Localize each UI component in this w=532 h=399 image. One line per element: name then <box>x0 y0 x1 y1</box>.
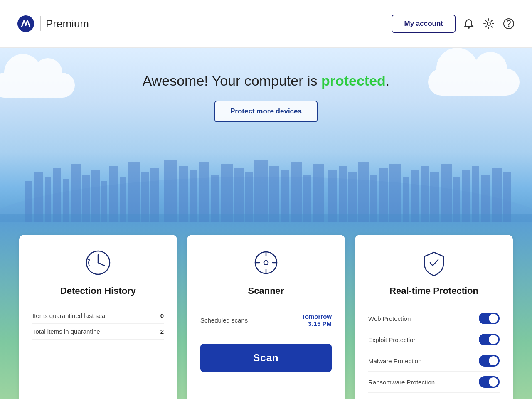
clock-icon <box>84 248 113 277</box>
svg-rect-11 <box>71 164 81 222</box>
detection-history-card: Detection History Items quarantined last… <box>19 235 177 399</box>
cityscape-illustration <box>0 148 532 222</box>
hero-section: Awesome! Your computer is protected. Pro… <box>0 48 532 222</box>
scheduled-time: 3:15 PM <box>302 320 332 327</box>
toggle-knob <box>489 377 498 387</box>
help-icon[interactable] <box>502 17 515 30</box>
svg-point-61 <box>264 261 268 265</box>
svg-rect-31 <box>291 162 302 222</box>
svg-rect-40 <box>389 164 401 222</box>
logo-divider <box>40 16 41 31</box>
hero-content: Awesome! Your computer is protected. Pro… <box>0 48 532 122</box>
svg-rect-28 <box>254 160 268 222</box>
quarantined-last-scan-value: 0 <box>160 312 164 319</box>
quarantined-last-scan-row: Items quarantined last scan 0 <box>32 308 164 324</box>
svg-rect-43 <box>421 166 429 222</box>
notification-icon[interactable] <box>462 17 475 30</box>
bottom-section: Detection History Items quarantined last… <box>0 222 532 399</box>
web-protection-toggle[interactable] <box>479 313 500 324</box>
scan-button[interactable]: Scan <box>200 344 332 372</box>
toggle-knob <box>489 335 498 344</box>
scanner-icon-area <box>200 248 332 277</box>
svg-rect-25 <box>221 164 233 222</box>
ransomware-protection-label: Ransomware Protection <box>368 379 435 386</box>
hero-title: Awesome! Your computer is protected. <box>0 73 532 89</box>
protect-devices-button[interactable]: Protect more devices <box>214 101 318 122</box>
svg-rect-29 <box>269 166 279 222</box>
web-protection-label: Web Protection <box>368 315 411 322</box>
svg-point-1 <box>468 27 470 29</box>
malware-protection-label: Malware Protection <box>368 357 421 365</box>
total-quarantine-value: 2 <box>160 328 164 335</box>
malware-protection-row: Malware Protection <box>368 350 500 372</box>
detection-card-title: Detection History <box>32 286 164 296</box>
hero-title-prefix: Awesome! Your computer is <box>143 73 321 89</box>
malware-protection-toggle[interactable] <box>479 355 500 367</box>
svg-point-4 <box>508 26 510 27</box>
total-quarantine-label: Total items in quarantine <box>32 328 100 335</box>
svg-rect-48 <box>472 166 479 222</box>
protection-icon-area <box>368 248 500 277</box>
svg-rect-52 <box>0 214 532 222</box>
toggle-knob <box>489 356 498 365</box>
svg-point-2 <box>487 22 490 25</box>
svg-line-55 <box>98 263 104 266</box>
logo-text: Premium <box>46 17 89 30</box>
ransomware-protection-toggle[interactable] <box>479 376 500 388</box>
logo-area: Premium <box>17 15 89 33</box>
shield-icon <box>419 248 448 277</box>
web-protection-row: Web Protection <box>368 308 500 329</box>
toggle-knob <box>489 314 498 323</box>
header: Premium My account <box>0 0 532 48</box>
exploit-protection-label: Exploit Protection <box>368 336 417 343</box>
svg-rect-33 <box>313 164 324 222</box>
scanner-card-title: Scanner <box>200 286 332 296</box>
my-account-button[interactable]: My account <box>392 15 456 33</box>
detection-icon-area <box>32 248 164 277</box>
svg-rect-35 <box>339 166 347 222</box>
protection-items: Web Protection Exploit Protection Malwar… <box>368 308 500 393</box>
exploit-protection-toggle[interactable] <box>479 334 500 345</box>
quarantined-last-scan-label: Items quarantined last scan <box>32 312 108 319</box>
scanner-icon <box>251 248 281 277</box>
svg-rect-23 <box>199 162 209 222</box>
protection-card-title: Real-time Protection <box>368 286 500 296</box>
svg-rect-37 <box>358 162 369 222</box>
scheduled-day: Tomorrow <box>302 313 332 320</box>
svg-rect-21 <box>179 166 188 222</box>
settings-icon[interactable] <box>482 17 495 30</box>
scheduled-scans-label: Scheduled scans <box>200 317 248 324</box>
scanner-card: Scanner Scheduled scans Tomorrow 3:15 PM… <box>187 235 345 399</box>
detection-stats: Items quarantined last scan 0 Total item… <box>32 308 164 340</box>
ransomware-protection-row: Ransomware Protection <box>368 372 500 393</box>
scheduled-scans-row: Scheduled scans Tomorrow 3:15 PM <box>200 308 332 332</box>
scheduled-scans-value: Tomorrow 3:15 PM <box>302 313 332 327</box>
svg-rect-15 <box>109 166 118 222</box>
svg-rect-17 <box>128 162 140 222</box>
svg-rect-45 <box>441 164 452 222</box>
protection-card: Real-time Protection Web Protection Expl… <box>355 235 513 399</box>
hero-protected-text: protected <box>321 73 386 89</box>
header-right: My account <box>392 15 515 33</box>
hero-title-suffix: . <box>386 73 389 89</box>
total-quarantine-row: Total items in quarantine 2 <box>32 324 164 340</box>
exploit-protection-row: Exploit Protection <box>368 329 500 350</box>
svg-rect-20 <box>164 160 177 222</box>
malwarebytes-logo-icon <box>17 15 35 33</box>
